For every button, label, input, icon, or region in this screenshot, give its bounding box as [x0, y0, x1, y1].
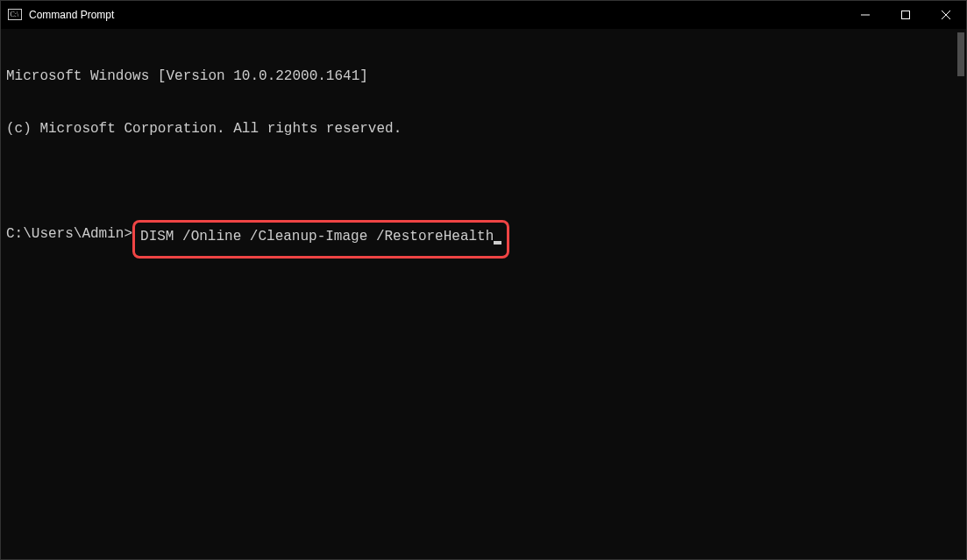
- vertical-scrollbar[interactable]: [957, 32, 964, 76]
- blank-line: [6, 173, 961, 190]
- prompt-line: C:\Users\Admin>DISM /Online /Cleanup-Ima…: [6, 225, 961, 259]
- cursor-icon: [494, 241, 501, 245]
- titlebar-left: C:\ Command Prompt: [1, 8, 114, 22]
- svg-rect-3: [902, 11, 910, 19]
- titlebar[interactable]: C:\ Command Prompt: [1, 1, 966, 29]
- command-highlight: DISM /Online /Cleanup-Image /RestoreHeal…: [132, 220, 509, 259]
- cmd-icon: C:\: [8, 8, 22, 22]
- svg-text:C:\: C:\: [11, 11, 20, 18]
- command-prompt-window: C:\ Command Prompt Microsoft Windows [Ve…: [0, 0, 967, 560]
- window-controls: [845, 1, 966, 29]
- typed-command: DISM /Online /Cleanup-Image /RestoreHeal…: [140, 229, 494, 245]
- window-title: Command Prompt: [29, 9, 114, 21]
- minimize-button[interactable]: [845, 1, 885, 29]
- close-button[interactable]: [926, 1, 966, 29]
- terminal-output[interactable]: Microsoft Windows [Version 10.0.22000.16…: [1, 29, 966, 559]
- version-line: Microsoft Windows [Version 10.0.22000.16…: [6, 67, 961, 85]
- maximize-button[interactable]: [885, 1, 926, 29]
- copyright-line: (c) Microsoft Corporation. All rights re…: [6, 120, 961, 138]
- prompt-path: C:\Users\Admin>: [6, 225, 132, 259]
